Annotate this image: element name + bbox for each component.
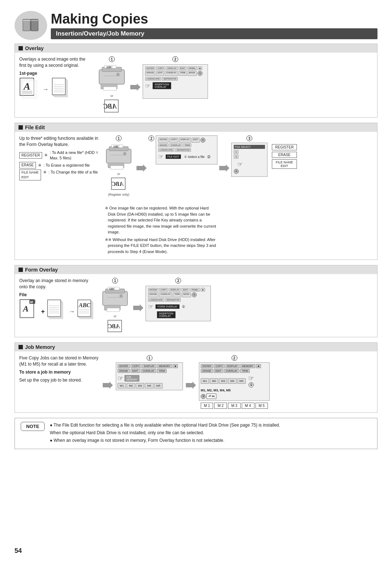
jm-arrow1	[186, 382, 196, 390]
note-item2: When the optional Hard Disk Drive is not…	[50, 429, 280, 436]
jm-arrow0	[103, 382, 113, 390]
svg-text:M: M	[30, 300, 33, 304]
overlay-step1: 1 ABC	[95, 56, 128, 114]
form-overlay-header: Form Overlay	[15, 265, 377, 274]
svg-text:ABC: ABC	[113, 145, 119, 148]
fo-panel2: ENTER COPY DISPLAY EDIT PANEL ■ ERASE OV…	[146, 286, 211, 321]
note-item1: ● The File Edit function for selecting a…	[50, 422, 280, 429]
form-overlay-steps: 1 ABC or ABC	[99, 278, 373, 333]
subtitle-bar: Insertion/Overlay/Job Memory	[51, 28, 377, 39]
file-edit-body: Up to three* editing functions available…	[15, 132, 377, 260]
file-edit-section: File Edit Up to three* editing functions…	[15, 123, 377, 260]
file-edit-title: File Edit	[25, 125, 45, 130]
jm-step1: 1 ENTER COPY DISPLAY MEMORY ■ ERASE EDIT	[116, 355, 183, 390]
first-page-label: 1st-page	[19, 71, 92, 76]
fo-step2: 2 ENTER COPY DISPLAY EDIT PANEL ■ ERASE	[146, 278, 211, 321]
note-text: ● The File Edit function for selecting a…	[50, 422, 280, 445]
header: Making Copies Insertion/Overlay/Job Memo…	[15, 11, 377, 40]
file-edit-steps: 1 ABC or ABC	[103, 135, 373, 196]
overlay-btn: INSERTION/OVERLAY	[152, 82, 171, 89]
form-overlay-left: Overlay an image stored in memory onto t…	[19, 278, 95, 325]
m3-btn: M 3	[228, 403, 241, 409]
file-edit-notes: ※ One image file can be registered. With…	[105, 205, 217, 256]
overlay-step2: 2 ENTER COPY DISPLAY EDIT PANEL ■	[143, 56, 208, 99]
main-title: Making Copies	[51, 12, 377, 27]
fe-step1: 1 ABC or ABC	[103, 135, 135, 196]
in-badge: ⏎ IN	[207, 394, 216, 399]
m2-btn: M 2	[214, 403, 227, 409]
jm-left: Five Copy Jobs can be stored in Memory (…	[19, 355, 99, 385]
svg-marker-29	[130, 84, 140, 91]
fo-circle2: ②	[182, 305, 185, 309]
form-overlay-panel-btn: FORM OVERLAY	[155, 304, 180, 309]
overlay-header: Overlay	[15, 44, 377, 53]
section-marker4	[19, 345, 23, 349]
svg-rect-1	[31, 19, 38, 31]
fo-step1-num: 1	[112, 278, 118, 284]
m1-btn: M 1	[201, 403, 213, 409]
svg-text:A: A	[23, 81, 30, 92]
select-circle: ②	[207, 154, 211, 159]
svg-rect-19	[99, 70, 124, 84]
svg-marker-73	[103, 382, 113, 389]
right-side-btns: REGISTER ERASE FILE NAMEEDIT	[272, 144, 297, 169]
jm-panel2: ENTER COPY DISPLAY MEMORY ■ ERASE EDIT O…	[199, 362, 270, 401]
jm-step2-num: 2	[232, 355, 237, 361]
section-marker3	[19, 268, 23, 272]
step1-num: 1	[109, 56, 115, 62]
register-only-label: (Register only)	[108, 193, 130, 196]
filename-btn: FILE NAMEEDIT	[19, 170, 41, 180]
fo-step1: 1 ABC or ABC	[99, 278, 131, 333]
job-memory-section: Job Memory Five Copy Jobs can be stored …	[15, 342, 377, 413]
jm-steps: 1 ENTER COPY DISPLAY MEMORY ■ ERASE EDIT	[103, 355, 373, 409]
fo-or: or	[114, 314, 117, 318]
page-number: 54	[15, 547, 22, 555]
note-item3: ● When an overlay image is not stored in…	[50, 437, 280, 444]
svg-marker-74	[186, 382, 196, 389]
svg-rect-24	[103, 87, 117, 90]
form-result: ABC	[77, 299, 97, 324]
arrow-right: →	[42, 86, 49, 93]
or-label: or	[110, 94, 113, 98]
fe-step3-area: 3 FILE SELECT ① ② ☞ ②	[231, 135, 297, 177]
fe-panel3-header: FILE SELECT	[234, 145, 265, 149]
fe-panel3: FILE SELECT ① ② ☞ ②	[231, 143, 268, 177]
svg-rect-35	[111, 166, 123, 169]
fe-step1-num: 1	[116, 135, 122, 141]
m5-btn: M 5	[256, 403, 268, 409]
erase-note: : To Erase a registered file	[44, 163, 90, 168]
svg-text:ABC: ABC	[78, 302, 90, 308]
file-edit-panel-btn: FILE EDIT	[166, 154, 181, 159]
select-label: ① Select a file	[184, 155, 205, 159]
fo-step2-num: 2	[175, 278, 181, 284]
svg-marker-72	[133, 304, 143, 311]
fe-step3-num: 3	[246, 135, 252, 141]
fe-step2-num: 2	[148, 135, 154, 141]
job-memory-header: Job Memory	[15, 343, 377, 351]
overlay-diagram: A →	[19, 77, 92, 102]
jm-desc: Five Copy Jobs can be stored in Memory (…	[19, 355, 99, 367]
m4-btn: M 4	[242, 403, 254, 409]
register-note: : To Add a new file* (HDD = Max. 5 files…	[50, 150, 99, 161]
fe-panels: 2 ENTER COPY DISPLAY EDIT ① ERASE	[148, 135, 217, 164]
insertion-overlay-btn: INSERTION/OVERLAY	[157, 311, 176, 318]
fe-panel2: ENTER COPY DISPLAY EDIT ① ERASE OVERLAY …	[156, 135, 217, 164]
fo-arrow1	[133, 304, 143, 313]
filename-row: FILE NAMEEDIT ※ : To Change the title of…	[19, 170, 99, 180]
section-marker2	[19, 125, 23, 130]
form-overlay-title: Form Overlay	[25, 267, 58, 273]
overlay-desc-text: Overlays a second image onto the first b…	[19, 56, 92, 69]
svg-text:ABC: ABC	[108, 323, 120, 329]
fe-note1: ※ One image file can be registered. With…	[105, 205, 217, 235]
overlay-section: Overlay Overlays a second image onto the…	[15, 44, 377, 118]
doc-a-large: A	[19, 77, 39, 102]
form-overlay-body: Overlay an image stored in memory onto t…	[15, 274, 377, 337]
form-doc-m: A M	[19, 299, 39, 325]
form-overlay-section: Form Overlay Overlay an image stored in …	[15, 265, 377, 337]
svg-text:ABC: ABC	[108, 287, 115, 291]
form-arrow-right: →	[69, 308, 75, 315]
jm-setup-label: Set up the copy job to be stored.	[19, 377, 99, 383]
erase-btn: ERASE	[19, 162, 36, 168]
register-row: REGISTER ※ : To Add a new file* (HDD = M…	[19, 150, 99, 161]
file-label: File	[19, 292, 95, 297]
